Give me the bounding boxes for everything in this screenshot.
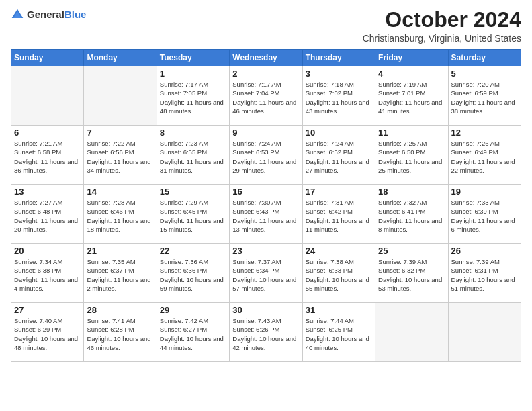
header-monday: Monday [84, 50, 157, 66]
day-info: Sunrise: 7:31 AM Sunset: 6:42 PM Dayligh… [306, 198, 372, 234]
day-number: 10 [306, 128, 372, 138]
day-number: 26 [451, 246, 518, 256]
calendar-cell: 6Sunrise: 7:21 AM Sunset: 6:58 PM Daylig… [11, 126, 84, 185]
day-number: 24 [306, 246, 372, 256]
calendar-cell: 25Sunrise: 7:39 AM Sunset: 6:32 PM Dayli… [375, 244, 448, 303]
day-info: Sunrise: 7:39 AM Sunset: 6:32 PM Dayligh… [378, 257, 445, 293]
day-info: Sunrise: 7:17 AM Sunset: 7:04 PM Dayligh… [232, 80, 299, 116]
calendar-cell: 17Sunrise: 7:31 AM Sunset: 6:42 PM Dayli… [302, 185, 375, 244]
day-number: 16 [232, 187, 299, 197]
calendar-cell: 23Sunrise: 7:37 AM Sunset: 6:34 PM Dayli… [230, 244, 302, 303]
header-thursday: Thursday [302, 50, 375, 66]
day-info: Sunrise: 7:35 AM Sunset: 6:37 PM Dayligh… [87, 257, 153, 293]
day-number: 2 [232, 68, 299, 79]
day-number: 25 [378, 246, 445, 256]
day-number: 5 [451, 68, 518, 79]
calendar-cell: 22Sunrise: 7:36 AM Sunset: 6:36 PM Dayli… [157, 244, 229, 303]
logo-blue: Blue [64, 9, 87, 20]
day-number: 1 [160, 68, 226, 79]
day-info: Sunrise: 7:21 AM Sunset: 6:58 PM Dayligh… [14, 139, 81, 175]
calendar-cell: 27Sunrise: 7:40 AM Sunset: 6:29 PM Dayli… [11, 303, 84, 362]
calendar-cell [11, 66, 84, 126]
header-tuesday: Tuesday [157, 50, 229, 66]
day-number: 4 [378, 68, 445, 79]
calendar-cell: 15Sunrise: 7:29 AM Sunset: 6:45 PM Dayli… [157, 185, 229, 244]
day-info: Sunrise: 7:38 AM Sunset: 6:33 PM Dayligh… [306, 257, 372, 293]
calendar-header-row: Sunday Monday Tuesday Wednesday Thursday… [11, 50, 521, 66]
day-number: 30 [232, 305, 299, 315]
day-number: 8 [160, 128, 226, 138]
logo-text: GeneralBlue [27, 9, 86, 21]
day-info: Sunrise: 7:20 AM Sunset: 6:59 PM Dayligh… [451, 80, 518, 116]
calendar-cell: 24Sunrise: 7:38 AM Sunset: 6:33 PM Dayli… [302, 244, 375, 303]
calendar-cell: 3Sunrise: 7:18 AM Sunset: 7:02 PM Daylig… [302, 66, 375, 126]
calendar-cell: 4Sunrise: 7:19 AM Sunset: 7:01 PM Daylig… [375, 66, 448, 126]
calendar-cell: 13Sunrise: 7:27 AM Sunset: 6:48 PM Dayli… [11, 185, 84, 244]
calendar-week-row: 20Sunrise: 7:34 AM Sunset: 6:38 PM Dayli… [11, 244, 521, 303]
header: GeneralBlue October 2024 Christiansburg,… [11, 8, 521, 44]
day-info: Sunrise: 7:17 AM Sunset: 7:05 PM Dayligh… [160, 80, 226, 116]
header-saturday: Saturday [448, 50, 521, 66]
day-number: 31 [306, 305, 372, 315]
calendar-cell: 11Sunrise: 7:25 AM Sunset: 6:50 PM Dayli… [375, 126, 448, 185]
calendar-cell: 20Sunrise: 7:34 AM Sunset: 6:38 PM Dayli… [11, 244, 84, 303]
calendar-cell: 10Sunrise: 7:24 AM Sunset: 6:52 PM Dayli… [302, 126, 375, 185]
day-number: 15 [160, 187, 226, 197]
day-number: 7 [87, 128, 153, 138]
day-number: 23 [232, 246, 299, 256]
calendar-cell: 28Sunrise: 7:41 AM Sunset: 6:28 PM Dayli… [84, 303, 157, 362]
header-wednesday: Wednesday [230, 50, 302, 66]
calendar-cell: 5Sunrise: 7:20 AM Sunset: 6:59 PM Daylig… [448, 66, 521, 126]
calendar-cell: 21Sunrise: 7:35 AM Sunset: 6:37 PM Dayli… [84, 244, 157, 303]
calendar-cell: 16Sunrise: 7:30 AM Sunset: 6:43 PM Dayli… [230, 185, 302, 244]
day-number: 3 [306, 68, 372, 79]
day-number: 20 [14, 246, 81, 256]
day-number: 11 [378, 128, 445, 138]
calendar-week-row: 13Sunrise: 7:27 AM Sunset: 6:48 PM Dayli… [11, 185, 521, 244]
day-info: Sunrise: 7:32 AM Sunset: 6:41 PM Dayligh… [378, 198, 445, 234]
day-info: Sunrise: 7:24 AM Sunset: 6:52 PM Dayligh… [306, 139, 372, 175]
calendar-cell: 29Sunrise: 7:42 AM Sunset: 6:27 PM Dayli… [157, 303, 229, 362]
calendar-cell: 14Sunrise: 7:28 AM Sunset: 6:46 PM Dayli… [84, 185, 157, 244]
title-month: October 2024 [363, 8, 521, 32]
calendar-cell [375, 303, 448, 362]
calendar-week-row: 1Sunrise: 7:17 AM Sunset: 7:05 PM Daylig… [11, 66, 521, 126]
calendar-cell: 1Sunrise: 7:17 AM Sunset: 7:05 PM Daylig… [157, 66, 229, 126]
calendar-cell: 31Sunrise: 7:44 AM Sunset: 6:25 PM Dayli… [302, 303, 375, 362]
header-friday: Friday [375, 50, 448, 66]
calendar-cell [448, 303, 521, 362]
header-sunday: Sunday [11, 50, 84, 66]
page: GeneralBlue October 2024 Christiansburg,… [0, 0, 532, 411]
day-info: Sunrise: 7:22 AM Sunset: 6:56 PM Dayligh… [87, 139, 153, 175]
day-number: 29 [160, 305, 226, 315]
logo: GeneralBlue [11, 8, 86, 21]
day-info: Sunrise: 7:44 AM Sunset: 6:25 PM Dayligh… [306, 316, 372, 352]
day-info: Sunrise: 7:33 AM Sunset: 6:39 PM Dayligh… [451, 198, 518, 234]
calendar-cell: 8Sunrise: 7:23 AM Sunset: 6:55 PM Daylig… [157, 126, 229, 185]
day-number: 6 [14, 128, 81, 138]
calendar-cell: 19Sunrise: 7:33 AM Sunset: 6:39 PM Dayli… [448, 185, 521, 244]
day-number: 28 [87, 305, 153, 315]
day-info: Sunrise: 7:41 AM Sunset: 6:28 PM Dayligh… [87, 316, 153, 352]
calendar-cell: 12Sunrise: 7:26 AM Sunset: 6:49 PM Dayli… [448, 126, 521, 185]
day-info: Sunrise: 7:24 AM Sunset: 6:53 PM Dayligh… [232, 139, 299, 175]
day-number: 9 [232, 128, 299, 138]
calendar-cell [84, 66, 157, 126]
day-info: Sunrise: 7:42 AM Sunset: 6:27 PM Dayligh… [160, 316, 226, 352]
day-info: Sunrise: 7:34 AM Sunset: 6:38 PM Dayligh… [14, 257, 81, 293]
day-info: Sunrise: 7:36 AM Sunset: 6:36 PM Dayligh… [160, 257, 226, 293]
day-info: Sunrise: 7:40 AM Sunset: 6:29 PM Dayligh… [14, 316, 81, 352]
title-block: October 2024 Christiansburg, Virginia, U… [363, 8, 521, 44]
day-number: 21 [87, 246, 153, 256]
day-number: 14 [87, 187, 153, 197]
day-info: Sunrise: 7:37 AM Sunset: 6:34 PM Dayligh… [232, 257, 299, 293]
day-info: Sunrise: 7:28 AM Sunset: 6:46 PM Dayligh… [87, 198, 153, 234]
day-info: Sunrise: 7:19 AM Sunset: 7:01 PM Dayligh… [378, 80, 445, 116]
calendar-cell: 7Sunrise: 7:22 AM Sunset: 6:56 PM Daylig… [84, 126, 157, 185]
day-info: Sunrise: 7:18 AM Sunset: 7:02 PM Dayligh… [306, 80, 372, 116]
day-number: 18 [378, 187, 445, 197]
day-number: 27 [14, 305, 81, 315]
title-location: Christiansburg, Virginia, United States [363, 33, 521, 44]
calendar-cell: 30Sunrise: 7:43 AM Sunset: 6:26 PM Dayli… [230, 303, 302, 362]
day-info: Sunrise: 7:39 AM Sunset: 6:31 PM Dayligh… [451, 257, 518, 293]
